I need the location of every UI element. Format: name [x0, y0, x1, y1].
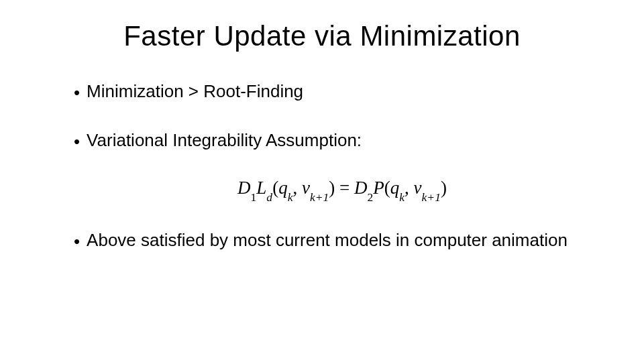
eq-sub-kp1-2: k+1 [422, 190, 441, 204]
eq-D2: D [354, 178, 368, 198]
eq-q-2: q [390, 178, 400, 198]
eq-close-1: ) [329, 178, 335, 198]
eq-sub-1: 1 [251, 190, 257, 204]
eq-sub-k-1: k [288, 190, 293, 204]
eq-L: L [256, 178, 266, 198]
eq-sub-k-2: k [399, 190, 405, 204]
bullet-dot-icon: • [74, 131, 80, 153]
eq-comma-2: , [405, 178, 414, 198]
eq-q-1: q [278, 178, 288, 198]
eq-open-1: ( [272, 178, 278, 198]
bullet-dot-icon: • [74, 82, 80, 104]
eq-sub-d: d [266, 190, 272, 204]
eq-v-1: v [302, 178, 310, 198]
eq-D1: D [237, 178, 251, 198]
equation: D1Ld(qk, vk+1) = D2P(qk, vk+1) [74, 178, 570, 201]
eq-sub-kp1-1: k+1 [310, 190, 329, 204]
bullet-2: • Variational Integrability Assumption: [74, 129, 570, 153]
eq-sub-2: 2 [368, 190, 374, 204]
bullet-dot-icon: • [74, 231, 80, 253]
eq-comma-1: , [292, 178, 302, 198]
bullet-1-text: Minimization > Root-Finding [87, 80, 303, 103]
bullet-3-text: Above satisfied by most current models i… [87, 229, 568, 251]
eq-v-2: v [414, 178, 422, 198]
eq-open-2: ( [384, 178, 390, 198]
bullet-2-text: Variational Integrability Assumption: [87, 129, 362, 152]
slide-body: • Minimization > Root-Finding • Variatio… [74, 80, 570, 278]
bullet-1: • Minimization > Root-Finding [74, 80, 570, 104]
eq-P: P [373, 178, 384, 198]
eq-equals: = [335, 178, 354, 198]
slide-title: Faster Update via Minimization [0, 20, 644, 52]
bullet-3: • Above satisfied by most current models… [74, 229, 570, 253]
eq-close-2: ) [441, 178, 447, 198]
slide: Faster Update via Minimization • Minimiz… [0, 0, 644, 362]
